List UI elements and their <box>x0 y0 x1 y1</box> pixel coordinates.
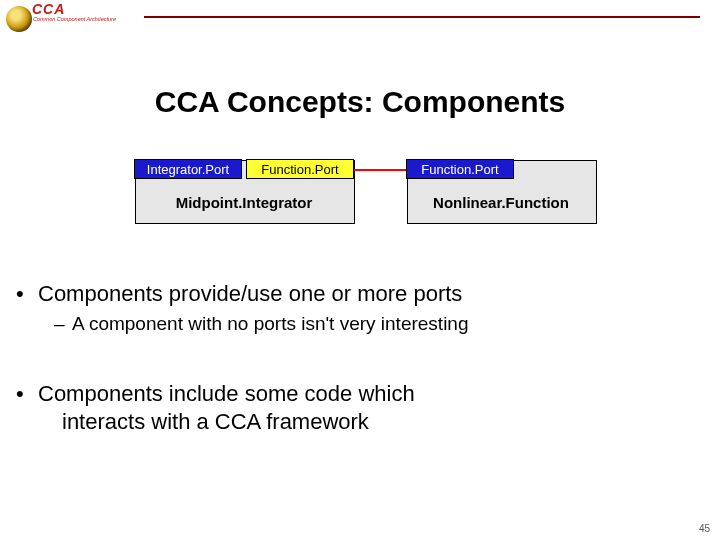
bullet-2-line2: interacts with a CCA framework <box>62 409 369 434</box>
logo-text: CCA <box>32 1 65 17</box>
bullet-2: • Components include some code which <box>38 380 690 408</box>
page-number: 45 <box>699 523 710 534</box>
dash-icon: – <box>54 312 65 336</box>
header: CCA Common Component Architecture <box>4 2 710 34</box>
bullet-dot-icon: • <box>16 380 24 408</box>
component-diagram: Integrator.Port Function.Port Function.P… <box>135 160 595 240</box>
bullet-2-cont: interacts with a CCA framework <box>62 408 690 436</box>
bullet-1-text: Components provide/use one or more ports <box>38 281 462 306</box>
header-divider <box>144 16 700 18</box>
port-integrator: Integrator.Port <box>134 159 242 179</box>
bullet-2-line1: Components include some code which <box>38 381 415 406</box>
logo-subtitle: Common Component Architecture <box>33 16 116 22</box>
port-function-provides: Function.Port <box>406 159 514 179</box>
bullet-1a: – A component with no ports isn't very i… <box>72 312 690 336</box>
bullet-1a-text: A component with no ports isn't very int… <box>72 313 469 334</box>
bullet-1: • Components provide/use one or more por… <box>38 280 690 308</box>
logo-icon <box>6 6 32 32</box>
port-connector-line <box>354 169 406 171</box>
bullet-dot-icon: • <box>16 280 24 308</box>
component-left-label: Midpoint.Integrator <box>135 194 353 211</box>
component-right-label: Nonlinear.Function <box>407 194 595 211</box>
page-title: CCA Concepts: Components <box>0 85 720 119</box>
port-function-uses: Function.Port <box>246 159 354 179</box>
